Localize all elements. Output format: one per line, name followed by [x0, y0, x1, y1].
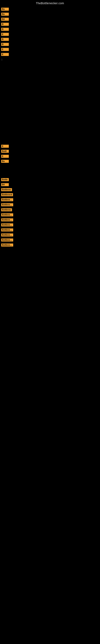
list-item: B4	[1, 183, 99, 186]
item-badge-26: Bottleneck resu	[1, 228, 13, 232]
list-item: B	[1, 22, 99, 26]
list-item: Bottlenec	[1, 208, 99, 212]
item-badge-14: E	[1, 155, 9, 158]
list-item: Bottl	[1, 149, 99, 153]
item-badge-29: Bottleneck res	[1, 244, 13, 246]
list-item: B	[1, 27, 99, 31]
item-badge-2: Bo	[1, 13, 9, 16]
item-badge-23: Bottleneck re	[1, 213, 13, 216]
list-item: Bottleneck re	[1, 198, 99, 202]
item-badge-10: E	[1, 53, 9, 56]
item-badge-17: B4	[1, 183, 9, 186]
list-item-divider: |	[1, 58, 99, 62]
list-item: Bottleneck resu	[1, 223, 99, 227]
item-badge-9: E	[1, 48, 9, 51]
item-badge-20: Bottleneck re	[1, 198, 13, 201]
site-title: TheBottlenecker.com	[0, 0, 100, 6]
list-item: Bo	[1, 12, 99, 16]
item-badge-4: B	[1, 23, 9, 26]
item-badge-24: Bottleneck resu	[1, 218, 13, 222]
list-item: E	[1, 154, 99, 158]
list-item: Bottleneck	[1, 193, 99, 196]
list-item: Bottleneck r	[1, 203, 99, 207]
item-badge-3: B4	[1, 18, 9, 21]
item-badge-12: E	[1, 145, 9, 148]
list-item: B	[1, 42, 99, 46]
list-item: Bottleneck re	[1, 213, 99, 217]
item-badge-1: Bo	[1, 8, 9, 11]
item-badge-8: B	[1, 43, 9, 46]
list-item: B4	[1, 17, 99, 21]
item-badge-6: E	[1, 33, 9, 36]
item-badge-7: B	[1, 38, 9, 41]
list-item: E	[1, 52, 99, 56]
list-item: Bottle	[1, 178, 99, 182]
list-item: Bo	[1, 7, 99, 11]
item-badge-5: B	[1, 28, 9, 31]
list-item: Bo	[1, 160, 99, 163]
list-item: E	[1, 144, 99, 148]
list-item: Bottleneck resu	[1, 218, 99, 222]
item-badge-18: Bottlenec	[1, 188, 12, 191]
list-item: Bottleneck resul	[1, 238, 99, 242]
item-badge-16: Bottle	[1, 178, 9, 181]
item-badge-22: Bottlenec	[1, 208, 12, 211]
list-item: B	[1, 38, 99, 41]
list-item: E	[1, 32, 99, 36]
item-badge-25: Bottleneck resu	[1, 224, 13, 226]
item-badge-27: Bottleneck resu	[1, 234, 13, 236]
spacer-1	[1, 164, 99, 176]
list-item: E	[1, 48, 99, 51]
list-item: Bottleneck res	[1, 243, 99, 247]
chart-area	[1, 62, 99, 143]
item-badge-19: Bottleneck	[1, 193, 13, 196]
item-text-11: |	[1, 58, 99, 61]
item-badge-28: Bottleneck resul	[1, 238, 13, 242]
item-badge-13: Bottl	[1, 150, 9, 153]
list-item: Bottleneck resu	[1, 228, 99, 232]
list-item: Bottleneck resu	[1, 233, 99, 237]
list-item: Bottlenec	[1, 188, 99, 192]
item-badge-21: Bottleneck r	[1, 203, 13, 206]
main-content: Bo Bo B4 B B E B B E E | E	[0, 6, 100, 248]
item-badge-15: Bo	[1, 160, 9, 163]
